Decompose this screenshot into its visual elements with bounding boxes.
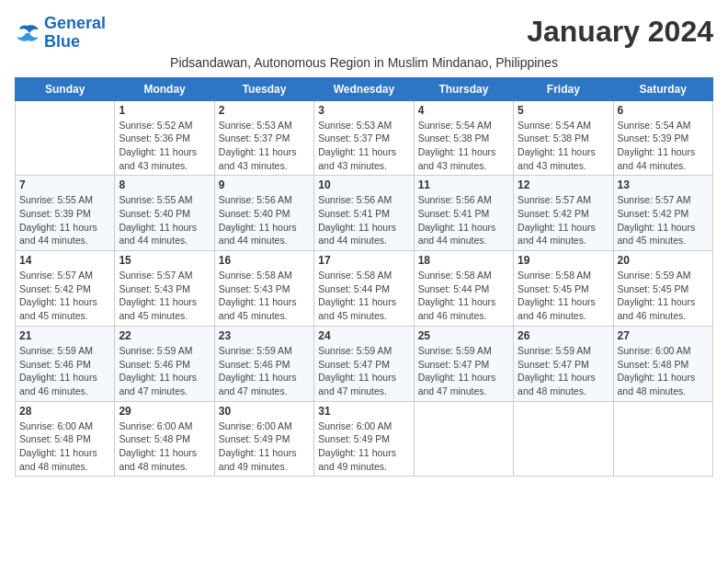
subtitle: Pidsandawan, Autonomous Region in Muslim… <box>15 55 713 70</box>
daylight-text: Daylight: 11 hours and 44 minutes. <box>219 221 310 247</box>
calendar-cell <box>16 100 115 176</box>
calendar-cell: 29 Sunrise: 6:00 AM Sunset: 5:48 PM Dayl… <box>115 401 214 477</box>
sunset-text: Sunset: 5:41 PM <box>418 207 509 221</box>
day-number: 2 <box>219 104 310 117</box>
daylight-text: Daylight: 11 hours and 45 minutes. <box>318 295 409 322</box>
day-header-wednesday: Wednesday <box>314 77 414 100</box>
day-header-friday: Friday <box>514 77 613 100</box>
sunset-text: Sunset: 5:48 PM <box>119 432 210 446</box>
sunset-text: Sunset: 5:48 PM <box>618 358 709 372</box>
day-info: Sunrise: 5:57 AM Sunset: 5:42 PM Dayligh… <box>19 269 110 323</box>
sunrise-text: Sunrise: 5:57 AM <box>618 193 709 207</box>
day-number: 17 <box>318 254 409 267</box>
sunrise-text: Sunrise: 5:56 AM <box>318 193 409 207</box>
calendar-cell <box>514 401 613 477</box>
day-number: 1 <box>119 104 210 117</box>
calendar-cell: 30 Sunrise: 6:00 AM Sunset: 5:49 PM Dayl… <box>214 401 313 477</box>
calendar-cell: 10 Sunrise: 5:56 AM Sunset: 5:41 PM Dayl… <box>314 176 414 251</box>
day-number: 23 <box>219 329 310 342</box>
calendar-cell: 5 Sunrise: 5:54 AM Sunset: 5:38 PM Dayli… <box>514 100 613 176</box>
sunset-text: Sunset: 5:42 PM <box>518 207 609 221</box>
sunset-text: Sunset: 5:46 PM <box>19 358 110 372</box>
sunrise-text: Sunrise: 6:00 AM <box>19 419 110 433</box>
day-info: Sunrise: 5:53 AM Sunset: 5:37 PM Dayligh… <box>219 119 310 173</box>
sunrise-text: Sunrise: 5:59 AM <box>219 344 310 358</box>
day-number: 20 <box>618 254 709 267</box>
sunrise-text: Sunrise: 5:54 AM <box>518 119 609 132</box>
sunset-text: Sunset: 5:36 PM <box>119 132 210 145</box>
day-number: 27 <box>618 329 709 342</box>
calendar-cell: 11 Sunrise: 5:56 AM Sunset: 5:41 PM Dayl… <box>414 176 513 251</box>
sunset-text: Sunset: 5:38 PM <box>518 132 609 145</box>
day-number: 19 <box>518 254 609 267</box>
daylight-text: Daylight: 11 hours and 49 minutes. <box>318 446 409 473</box>
daylight-text: Daylight: 11 hours and 46 minutes. <box>518 295 609 322</box>
day-number: 9 <box>219 178 310 191</box>
calendar-cell: 2 Sunrise: 5:53 AM Sunset: 5:37 PM Dayli… <box>214 100 313 176</box>
day-info: Sunrise: 5:55 AM Sunset: 5:39 PM Dayligh… <box>19 193 110 247</box>
daylight-text: Daylight: 11 hours and 46 minutes. <box>618 295 709 322</box>
sunset-text: Sunset: 5:41 PM <box>318 207 409 221</box>
day-info: Sunrise: 5:57 AM Sunset: 5:43 PM Dayligh… <box>119 269 210 323</box>
sunset-text: Sunset: 5:38 PM <box>418 132 509 145</box>
day-info: Sunrise: 6:00 AM Sunset: 5:49 PM Dayligh… <box>219 419 310 474</box>
day-info: Sunrise: 5:58 AM Sunset: 5:44 PM Dayligh… <box>318 269 409 323</box>
calendar-cell: 1 Sunrise: 5:52 AM Sunset: 5:36 PM Dayli… <box>115 100 214 176</box>
sunset-text: Sunset: 5:45 PM <box>618 282 709 296</box>
sunset-text: Sunset: 5:43 PM <box>219 282 310 296</box>
daylight-text: Daylight: 11 hours and 47 minutes. <box>119 371 210 397</box>
sunset-text: Sunset: 5:43 PM <box>119 282 210 296</box>
sunset-text: Sunset: 5:46 PM <box>119 358 210 372</box>
day-info: Sunrise: 5:58 AM Sunset: 5:43 PM Dayligh… <box>219 269 310 323</box>
calendar-cell: 17 Sunrise: 5:58 AM Sunset: 5:44 PM Dayl… <box>314 251 414 327</box>
sunset-text: Sunset: 5:42 PM <box>618 207 709 221</box>
calendar-cell: 24 Sunrise: 5:59 AM Sunset: 5:47 PM Dayl… <box>314 326 414 401</box>
sunrise-text: Sunrise: 5:56 AM <box>219 193 310 207</box>
day-number: 26 <box>518 329 609 342</box>
day-header-monday: Monday <box>115 77 214 100</box>
day-info: Sunrise: 5:57 AM Sunset: 5:42 PM Dayligh… <box>618 193 709 247</box>
sunset-text: Sunset: 5:45 PM <box>518 282 609 296</box>
sunrise-text: Sunrise: 5:59 AM <box>618 269 709 282</box>
day-info: Sunrise: 5:59 AM Sunset: 5:47 PM Dayligh… <box>518 344 609 398</box>
daylight-text: Daylight: 11 hours and 48 minutes. <box>518 371 609 397</box>
calendar-cell <box>414 401 513 477</box>
daylight-text: Daylight: 11 hours and 45 minutes. <box>19 295 110 322</box>
calendar-cell: 15 Sunrise: 5:57 AM Sunset: 5:43 PM Dayl… <box>115 251 214 327</box>
calendar-cell: 13 Sunrise: 5:57 AM Sunset: 5:42 PM Dayl… <box>613 176 712 251</box>
daylight-text: Daylight: 11 hours and 48 minutes. <box>119 446 210 473</box>
day-number: 31 <box>318 405 409 418</box>
sunrise-text: Sunrise: 6:00 AM <box>318 419 409 433</box>
daylight-text: Daylight: 11 hours and 47 minutes. <box>418 371 509 397</box>
daylight-text: Daylight: 11 hours and 46 minutes. <box>19 371 110 397</box>
day-header-sunday: Sunday <box>16 77 115 100</box>
sunset-text: Sunset: 5:49 PM <box>318 432 409 446</box>
day-number: 5 <box>518 104 609 117</box>
day-info: Sunrise: 5:59 AM Sunset: 5:47 PM Dayligh… <box>418 344 509 398</box>
day-number: 14 <box>19 254 110 267</box>
day-number: 3 <box>318 104 409 117</box>
day-number: 10 <box>318 178 409 191</box>
sunrise-text: Sunrise: 5:53 AM <box>219 119 310 132</box>
day-info: Sunrise: 5:54 AM Sunset: 5:38 PM Dayligh… <box>518 119 609 173</box>
calendar-cell: 9 Sunrise: 5:56 AM Sunset: 5:40 PM Dayli… <box>214 176 313 251</box>
sunrise-text: Sunrise: 5:58 AM <box>418 269 509 282</box>
sunset-text: Sunset: 5:39 PM <box>19 207 110 221</box>
daylight-text: Daylight: 11 hours and 43 minutes. <box>418 145 509 172</box>
day-info: Sunrise: 5:59 AM Sunset: 5:46 PM Dayligh… <box>219 344 310 398</box>
daylight-text: Daylight: 11 hours and 48 minutes. <box>618 371 709 397</box>
sunrise-text: Sunrise: 5:54 AM <box>618 119 709 132</box>
calendar-table: SundayMondayTuesdayWednesdayThursdayFrid… <box>15 77 713 477</box>
sunrise-text: Sunrise: 5:59 AM <box>318 344 409 358</box>
sunrise-text: Sunrise: 5:57 AM <box>119 269 210 282</box>
day-info: Sunrise: 5:56 AM Sunset: 5:40 PM Dayligh… <box>219 193 310 247</box>
day-number: 6 <box>618 104 709 117</box>
day-number: 30 <box>219 405 310 418</box>
day-info: Sunrise: 5:59 AM Sunset: 5:45 PM Dayligh… <box>618 269 709 323</box>
sunset-text: Sunset: 5:40 PM <box>119 207 210 221</box>
logo-icon <box>15 22 40 44</box>
daylight-text: Daylight: 11 hours and 47 minutes. <box>219 371 310 397</box>
sunrise-text: Sunrise: 5:58 AM <box>219 269 310 282</box>
calendar-cell: 21 Sunrise: 5:59 AM Sunset: 5:46 PM Dayl… <box>16 326 115 401</box>
calendar-cell: 6 Sunrise: 5:54 AM Sunset: 5:39 PM Dayli… <box>613 100 712 176</box>
